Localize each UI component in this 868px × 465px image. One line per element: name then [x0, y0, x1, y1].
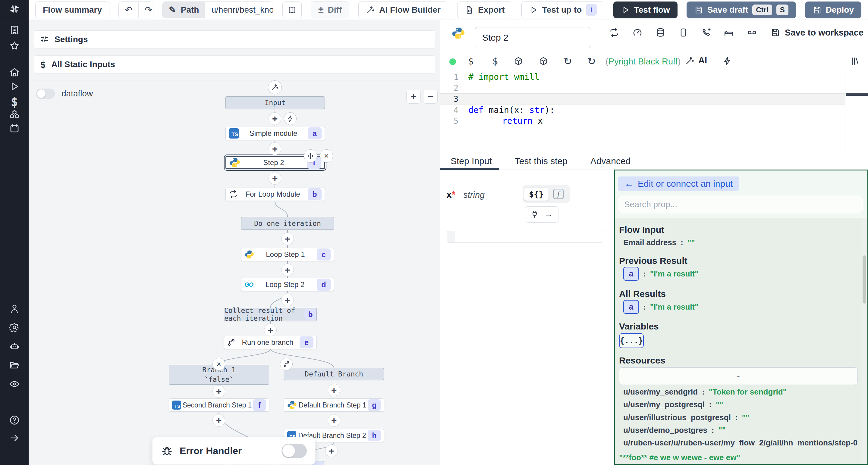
favorites-star-icon[interactable]: [0, 40, 29, 51]
add-step-button[interactable]: +: [264, 324, 277, 336]
test-up-to-button[interactable]: Test up to i: [521, 1, 604, 19]
cache-database-icon[interactable]: [655, 27, 665, 38]
schedules-calendar-icon[interactable]: [0, 123, 29, 134]
add-step-button[interactable]: +: [281, 232, 294, 245]
resources-cubes-icon[interactable]: [0, 109, 29, 120]
node-loop-step-2[interactable]: GO Loop Step 2 d: [241, 278, 334, 291]
assets-dollar-icon[interactable]: $: [468, 56, 473, 67]
prop-row-variables[interactable]: {...}: [619, 333, 644, 348]
workers-robot-icon[interactable]: [0, 341, 29, 352]
node-default-branch-step-1[interactable]: Default Branch Step 1 g: [284, 398, 384, 412]
add-step-button[interactable]: +: [281, 264, 294, 276]
add-step-button[interactable]: +: [269, 172, 281, 185]
save-to-workspace-button[interactable]: Save to workspace: [770, 27, 864, 38]
node-second-branch-step-1[interactable]: TS Second Branch Step 1 f: [169, 398, 269, 412]
deploy-button[interactable]: Deploy: [805, 1, 861, 19]
test-flow-button[interactable]: Test flow: [613, 1, 678, 19]
back-edit-connect-button[interactable]: ← Edit or connect an input: [618, 176, 739, 191]
add-step-button[interactable]: +: [213, 385, 225, 398]
resource-row-value[interactable]: "**foo** #e we w wewe - ewe ew": [619, 453, 740, 462]
add-step-button[interactable]: +: [328, 384, 340, 396]
add-branch-button[interactable]: [280, 358, 293, 370]
variables-dollar-icon[interactable]: $: [493, 56, 498, 67]
sleep-icon[interactable]: [724, 27, 734, 38]
resource-row[interactable]: u/ruben-user/u/ruben-user/my_flow_2/g/al…: [623, 438, 864, 447]
template-mode-button[interactable]: ${}: [524, 188, 549, 201]
diff-button[interactable]: ± Diff: [311, 1, 349, 19]
ai-flow-builder-button[interactable]: AI Flow Builder: [358, 1, 448, 19]
add-step-button[interactable]: +: [325, 444, 338, 457]
home-icon[interactable]: [0, 67, 29, 78]
move-step-button[interactable]: [304, 150, 317, 163]
expand-sidebar-arrow-icon[interactable]: [0, 432, 29, 443]
connect-input-button[interactable]: →: [525, 206, 558, 223]
save-draft-button[interactable]: Save draft Ctrl S: [687, 1, 796, 19]
audit-eye-icon[interactable]: [0, 378, 29, 389]
mock-voicemail-icon[interactable]: [747, 27, 757, 38]
node-collect-result[interactable]: Collect result of each iteration b: [224, 308, 317, 321]
add-step-button[interactable]: +: [269, 142, 281, 155]
reload-icon[interactable]: ↻: [564, 55, 572, 67]
add-step-button[interactable]: +: [328, 414, 340, 427]
undo-button[interactable]: ↶: [119, 2, 138, 18]
user-icon[interactable]: [0, 303, 29, 314]
retries-icon[interactable]: [609, 27, 619, 38]
variables-dollar-icon[interactable]: $: [0, 95, 29, 109]
node-do-one-iteration[interactable]: Do one iteration: [241, 217, 334, 230]
bolt-icon[interactable]: [722, 56, 732, 66]
search-prop-input[interactable]: [618, 196, 863, 213]
resource-type-select[interactable]: -: [619, 367, 858, 385]
node-loop-step-1[interactable]: Loop Step 1 c: [241, 248, 334, 261]
node-run-one-branch[interactable]: Run one branch e: [224, 336, 317, 349]
node-input[interactable]: Input: [225, 96, 325, 109]
node-for-loop-module[interactable]: For Loop Module b: [225, 188, 325, 201]
resource-row[interactable]: u/user/illustrious_postgresql:"": [623, 413, 749, 422]
ai-assistant-button[interactable]: AI: [685, 56, 707, 65]
prop-row-email[interactable]: Email address:"": [623, 238, 695, 247]
add-step-button[interactable]: +: [269, 112, 281, 125]
node-simple-module[interactable]: TS Simple module a: [225, 127, 325, 140]
add-step-button[interactable]: +: [213, 414, 225, 427]
remove-branch-button[interactable]: ×: [213, 358, 225, 370]
code-editor[interactable]: 1 2 3 4 5 # import wmill def main(x: str…: [440, 71, 868, 152]
concurrency-gauge-icon[interactable]: [632, 27, 643, 38]
tab-test-this-step[interactable]: Test this step: [513, 153, 569, 170]
tab-advanced[interactable]: Advanced: [589, 153, 632, 170]
flow-summary-button[interactable]: Flow summary: [35, 1, 110, 19]
error-handler-toggle[interactable]: [281, 443, 307, 458]
path-label[interactable]: ✎ Path: [163, 2, 205, 18]
overview-ruler-mark[interactable]: [846, 93, 868, 96]
function-mode-button[interactable]: f: [549, 187, 568, 201]
timeout-icon[interactable]: [678, 27, 688, 38]
resource-row[interactable]: u/user/demo_postgres:"": [623, 426, 726, 435]
step-name-input[interactable]: [475, 27, 591, 48]
redo-button[interactable]: ↷: [138, 2, 153, 18]
windmill-logo-icon[interactable]: [0, 3, 29, 15]
trigger-bolt-circle[interactable]: [284, 112, 297, 125]
package-icon[interactable]: [514, 56, 523, 66]
path-input[interactable]: u/henri/best_know: [205, 2, 273, 18]
delete-step-button[interactable]: ×: [320, 150, 333, 163]
result-chip[interactable]: a: [623, 267, 639, 281]
workspace-icon[interactable]: [0, 25, 29, 36]
package-icon[interactable]: [538, 56, 548, 66]
prop-row-all-results[interactable]: a :"I'm a result": [623, 300, 699, 314]
prop-row-previous-result[interactable]: a :"I'm a result": [623, 267, 699, 281]
settings-gear-icon[interactable]: [0, 322, 29, 333]
tab-step-input[interactable]: Step Input: [449, 153, 494, 170]
help-icon[interactable]: [0, 415, 29, 426]
suspend-phone-icon[interactable]: [702, 27, 712, 38]
runs-play-icon[interactable]: [0, 81, 29, 92]
panel-scrollbar-track[interactable]: [862, 218, 867, 465]
resource-row[interactable]: u/user/my_sendgrid:"Token for sendgrid": [623, 387, 786, 397]
docs-book-button[interactable]: [282, 1, 302, 19]
ai-wand-circle[interactable]: [268, 80, 282, 94]
resource-row[interactable]: u/user/my_postgresql:"": [623, 400, 723, 409]
node-default-branch[interactable]: Default Branch: [284, 368, 384, 380]
variables-chip[interactable]: {...}: [619, 333, 644, 348]
export-button[interactable]: Export: [457, 1, 513, 19]
value-input[interactable]: [447, 231, 603, 243]
panel-scrollbar-thumb[interactable]: [863, 255, 866, 304]
result-chip[interactable]: a: [623, 300, 639, 314]
folders-icon[interactable]: [0, 360, 29, 371]
